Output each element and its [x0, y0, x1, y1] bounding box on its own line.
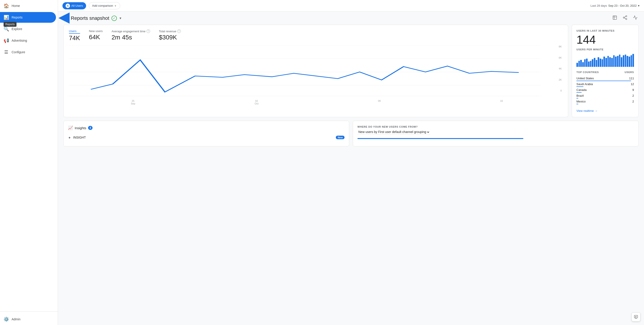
realtime-title: USERS IN LAST 30 MINUTES: [576, 29, 634, 32]
bar-item: [580, 60, 582, 67]
bar-item: [584, 59, 586, 67]
realtime-bar-chart: [576, 53, 634, 67]
sidebar-item-label: Configure: [12, 50, 25, 54]
main-content: A All Users Add comparison ＋ Last 28 day…: [58, 0, 644, 325]
bar-item: [611, 58, 613, 67]
country-name: Brazil: [576, 94, 584, 97]
bar-item: [576, 63, 578, 67]
chat-button[interactable]: [632, 313, 640, 322]
insights-icon-button[interactable]: [632, 14, 639, 22]
date-dropdown-icon: ▾: [638, 4, 640, 7]
channel-grouping-select[interactable]: New users by First user default channel …: [358, 130, 430, 135]
avg-engagement-metric: Average engagement time ? 2m 45s: [112, 29, 150, 42]
bar-item: [623, 55, 624, 67]
insights-badge: 4: [88, 126, 93, 130]
svg-rect-14: [634, 316, 638, 318]
countries-header-label: TOP COUNTRIES: [576, 71, 599, 73]
countries-list: United States 111 Saudi Arabia 12 Canada…: [576, 75, 634, 106]
bar-item: [602, 59, 603, 67]
new-users-value: 64K: [89, 34, 102, 41]
page-title: Reports snapshot: [71, 15, 109, 21]
channel-header: New users by First user default channel …: [358, 130, 634, 135]
avg-engagement-value: 2m 45s: [112, 34, 150, 41]
bar-item: [619, 54, 620, 67]
bar-item: [600, 59, 601, 67]
main-dashboard-row: Users 74K New users 64K Average engageme…: [63, 25, 639, 117]
x-label-oct16: 16: [500, 100, 503, 105]
svg-marker-0: [58, 12, 70, 24]
segment-label: All Users: [71, 4, 83, 7]
bar-item: [617, 56, 618, 67]
page-dropdown-button[interactable]: ▾: [119, 15, 122, 21]
date-range-picker[interactable]: Last 28 days Sep 23 - Oct 20, 2022 ▾: [590, 4, 640, 7]
export-icon-button[interactable]: [612, 14, 618, 22]
svg-line-7: [624, 18, 626, 19]
date-last-label: Last 28 days: [590, 4, 607, 7]
insights-card: 📈 Insights 4 ✦ INSIGHT New: [63, 121, 349, 146]
bar-item: [630, 55, 632, 67]
avg-engagement-info-icon[interactable]: ?: [146, 29, 150, 33]
scroll-area[interactable]: Users 74K New users 64K Average engageme…: [58, 22, 644, 325]
sidebar-item-admin[interactable]: ⚙️ Admin: [0, 314, 56, 325]
sidebar-item-reports[interactable]: 📊 Reports Reports: [0, 12, 56, 23]
home-icon: 🏠: [4, 3, 9, 8]
bar-item: [586, 59, 588, 67]
sidebar-item-label: Home: [12, 4, 20, 7]
country-row: Mexico 2: [576, 100, 634, 104]
configure-icon: ☰: [4, 49, 9, 55]
arrow-indicator: [56, 12, 70, 24]
x-label-sep25: 25Sep: [131, 100, 135, 105]
realtime-subtitle: USERS PER MINUTE: [576, 48, 634, 51]
bar-item: [615, 56, 616, 67]
reports-icon: 📊: [4, 15, 9, 20]
country-users: 9: [632, 88, 634, 91]
bar-item: [604, 56, 605, 67]
view-realtime-button[interactable]: View realtime →: [576, 109, 634, 112]
bar-item: [626, 56, 628, 67]
advertising-icon: 📢: [4, 38, 9, 43]
add-comparison-button[interactable]: Add comparison ＋: [89, 2, 120, 9]
bar-item: [578, 61, 580, 67]
country-name: Saudi Arabia: [576, 82, 593, 86]
new-users-label: New users: [89, 29, 102, 33]
all-users-segment[interactable]: A All Users: [62, 2, 86, 9]
share-icon-button[interactable]: [622, 14, 628, 22]
date-range-label: Sep 23 - Oct 20, 2022: [608, 4, 637, 7]
countries-header: TOP COUNTRIES USERS: [576, 71, 634, 73]
add-comparison-label: Add comparison: [92, 4, 113, 7]
bar-item: [608, 56, 609, 67]
line-chart: 8K 6K 4K 2K 0: [69, 45, 562, 99]
total-revenue-metric: Total revenue ? $309K: [159, 29, 181, 42]
realtime-count: 144: [576, 34, 634, 45]
country-name-row: Brazil 2: [576, 94, 634, 97]
country-users: 2: [632, 94, 634, 97]
insight-new-badge: New: [336, 136, 344, 139]
country-name-row: Saudi Arabia 12: [576, 82, 634, 86]
sidebar-item-advertising[interactable]: 📢 Advertising: [0, 35, 56, 46]
page-header: ^ Reports snapshot ✓ ▾: [58, 11, 644, 22]
bar-item: [590, 61, 592, 67]
bar-item: [582, 62, 584, 67]
stats-card: Users 74K New users 64K Average engageme…: [63, 25, 568, 117]
admin-icon: ⚙️: [4, 317, 9, 322]
sidebar-bottom: ⚙️ Admin: [0, 312, 58, 325]
country-users: 12: [631, 82, 634, 86]
page-header-actions: [612, 14, 639, 22]
sidebar-item-home[interactable]: 🏠 Home: [0, 0, 56, 11]
country-name: United States: [576, 77, 594, 80]
sidebar-item-label: Explore: [12, 27, 22, 31]
total-revenue-label: Total revenue ?: [159, 29, 181, 33]
sidebar: 🏠 Home 📊 Reports Reports 🔍 Explore 📢 Adv…: [0, 0, 58, 325]
country-bar: [576, 86, 583, 87]
country-name-row: Mexico 2: [576, 100, 634, 103]
channel-card: WHERE DO YOUR NEW USERS COME FROM? New u…: [353, 121, 639, 146]
sidebar-item-configure[interactable]: ☰ Configure: [0, 47, 56, 57]
country-row: United States 111: [576, 77, 634, 81]
country-row: Brazil 2: [576, 94, 634, 98]
bar-item: [596, 60, 598, 67]
stats-metrics: Users 74K New users 64K Average engageme…: [69, 29, 562, 42]
total-revenue-info-icon[interactable]: ?: [177, 29, 181, 33]
country-bar: [576, 92, 582, 93]
country-users: 111: [629, 77, 634, 80]
country-bar: [576, 98, 578, 98]
